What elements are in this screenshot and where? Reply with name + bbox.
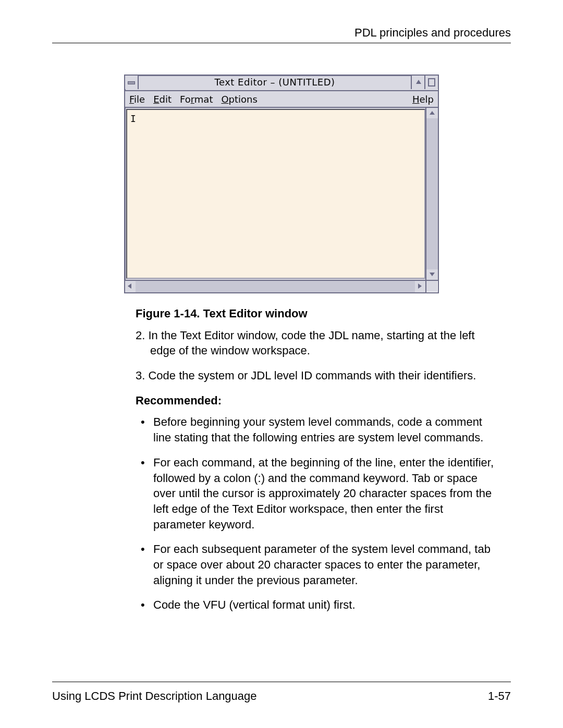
scroll-down-icon[interactable] [426,269,438,280]
list-item: Code the VFU (vertical format unit) firs… [153,597,495,613]
scroll-up-icon[interactable] [426,108,438,118]
window-title: Text Editor – (UNTITLED) [139,76,411,90]
text-editor-window: Text Editor – (UNTITLED) File Edit Forma… [124,75,439,293]
list-item: For each command, at the beginning of th… [153,455,495,532]
page-footer: Using LCDS Print Description Language 1-… [52,682,511,703]
scroll-corner [425,281,438,292]
maximize-icon[interactable] [424,76,438,89]
recommended-heading: Recommended: [136,393,495,409]
text-cursor-icon: I [130,113,136,124]
footer-right: 1-57 [488,689,511,703]
step-2: 2. In the Text Editor window, code the J… [136,328,495,359]
step-3: 3. Code the system or JDL level ID comma… [136,368,495,384]
page-header: PDL principles and procedures [52,26,511,43]
vscroll-track[interactable] [426,118,438,269]
menu-options[interactable]: Options [221,94,257,105]
horizontal-scrollbar[interactable] [125,280,438,292]
body-content: Figure 1-14. Text Editor window 2. In th… [136,306,495,613]
header-title: PDL principles and procedures [354,26,511,39]
menubar: File Edit Format Options Help [125,91,438,108]
menu-file[interactable]: File [129,94,145,105]
footer-left: Using LCDS Print Description Language [52,689,257,703]
editor-body: I [125,108,438,280]
menu-format[interactable]: Format [180,94,213,105]
list-item: Before beginning your system level comma… [153,414,495,445]
system-menu-icon[interactable] [125,76,139,89]
hscroll-track[interactable] [136,281,415,292]
recommended-list: Before beginning your system level comma… [136,414,495,613]
figure-wrap: Text Editor – (UNTITLED) File Edit Forma… [52,75,511,293]
vertical-scrollbar[interactable] [425,108,438,280]
page: PDL principles and procedures Text Edito… [0,0,563,728]
menu-edit[interactable]: Edit [153,94,172,105]
scroll-left-icon[interactable] [125,281,136,292]
list-item: For each subsequent parameter of the sys… [153,541,495,588]
menu-help[interactable]: Help [412,94,434,105]
titlebar: Text Editor – (UNTITLED) [125,76,438,91]
figure-caption: Figure 1-14. Text Editor window [136,306,495,322]
minimize-icon[interactable] [411,76,424,89]
editor-textarea[interactable]: I [126,109,425,279]
scroll-right-icon[interactable] [415,281,425,292]
